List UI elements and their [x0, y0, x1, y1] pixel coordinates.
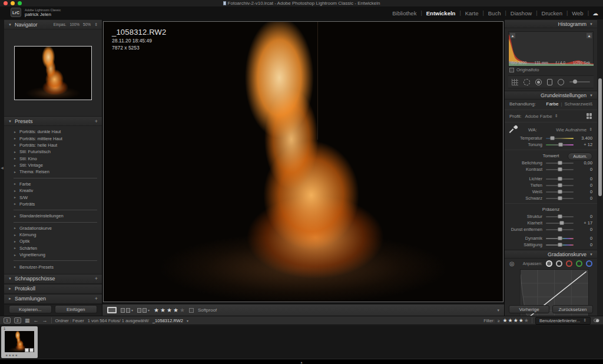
module-web[interactable]: Web	[568, 10, 587, 16]
preset-group[interactable]: ►Stil: Vintage	[4, 162, 102, 168]
filter-toggle-switch[interactable]	[594, 319, 599, 322]
grid-view-icon[interactable]: ▦	[25, 317, 30, 323]
rating-ge-icon[interactable]: ≥	[498, 319, 500, 323]
add-collection-icon[interactable]: +	[95, 296, 98, 302]
wb-value[interactable]: Wie Aufnahme	[556, 127, 587, 133]
auto-tone-button[interactable]: Autom.	[568, 153, 592, 160]
slider-knob[interactable]	[558, 214, 562, 219]
contrast-track[interactable]	[546, 169, 574, 170]
loupe-view-icon[interactable]	[107, 307, 117, 313]
treatment-color-option[interactable]: Farbe	[546, 101, 559, 107]
preset-group[interactable]: ►Stil: Futuristisch	[4, 148, 102, 155]
spot-removal-icon[interactable]	[524, 79, 530, 85]
slider-knob[interactable]	[558, 143, 563, 147]
module-diashow[interactable]: Diashow	[506, 10, 536, 16]
red-eye-icon[interactable]	[535, 79, 542, 85]
shadow-clipping-icon[interactable]: ▲	[510, 33, 515, 38]
masking-icon[interactable]	[547, 79, 552, 85]
add-preset-icon[interactable]: +	[95, 118, 98, 124]
crop-overlay-icon[interactable]	[512, 79, 518, 85]
tool-amount-slider[interactable]	[569, 81, 590, 82]
preset-group[interactable]: ►Vignettierung	[4, 252, 102, 258]
secondary-window-button[interactable]: 2	[14, 317, 21, 323]
primary-window-button[interactable]: 1	[4, 317, 11, 323]
module-entwickeln[interactable]: Entwickeln	[422, 10, 460, 16]
zoom-100-option[interactable]: 100%	[69, 22, 79, 27]
blacks-track[interactable]	[546, 198, 574, 199]
filter-rating-control[interactable]: ★★★★★	[503, 317, 529, 323]
reset-button[interactable]: Zurücksetzen	[552, 305, 593, 313]
wb-dropdown-icon[interactable]: ⇕	[589, 127, 592, 132]
basic-panel-header[interactable]: Grundeinstellungen ▼	[505, 91, 597, 100]
preset-group[interactable]: ►Thema: Reisen	[4, 168, 102, 175]
cloud-sync-icon[interactable]: ☁	[592, 10, 598, 16]
whites-track[interactable]	[546, 191, 574, 193]
preset-group[interactable]: ►Porträts: helle Haut	[4, 142, 102, 148]
texture-track[interactable]	[546, 216, 574, 217]
preset-group[interactable]: ►Farbe	[4, 181, 102, 187]
slider-knob[interactable]	[558, 236, 562, 240]
slider-knob[interactable]	[558, 196, 562, 200]
radial-filter-icon[interactable]	[558, 79, 564, 85]
module-karte[interactable]: Karte	[461, 10, 483, 16]
preset-group[interactable]: ►Benutzer-Presets	[4, 263, 102, 270]
slider-knob[interactable]	[559, 221, 564, 225]
exposure-track[interactable]	[546, 163, 574, 164]
back-icon[interactable]: ←	[34, 317, 39, 323]
filter-preset-dropdown[interactable]: Benutzerdefinierter... ⇕	[535, 317, 591, 325]
slider-knob[interactable]	[558, 190, 562, 194]
rating-control[interactable]: ★★★★★	[154, 307, 185, 313]
wb-eyedropper-icon[interactable]	[509, 125, 518, 134]
forward-icon[interactable]: →	[42, 317, 48, 323]
dehaze-track[interactable]	[546, 229, 574, 230]
before-after-view-button[interactable]: ▾	[121, 308, 133, 313]
channel-blue-button[interactable]	[586, 260, 592, 267]
preset-group[interactable]: ►Standardeinstellungen	[4, 213, 102, 219]
slider-knob[interactable]	[550, 136, 555, 140]
collections-header[interactable]: ► Sammlungen +	[4, 294, 102, 304]
presets-header[interactable]: ▼ Presets +	[4, 116, 102, 126]
module-bibliothek[interactable]: Bibliothek	[388, 10, 420, 16]
original-photo-checkbox[interactable]	[509, 68, 514, 72]
paste-settings-button[interactable]: Einfügen	[55, 305, 98, 313]
preset-group[interactable]: ►Porträts	[4, 201, 102, 207]
slider-knob[interactable]	[558, 177, 562, 181]
highlights-track[interactable]	[546, 178, 574, 180]
softproof-checkbox[interactable]	[189, 308, 194, 313]
shadows-track[interactable]	[546, 185, 574, 186]
profile-value[interactable]: Adobe Farbe	[525, 114, 552, 119]
filmstrip-dropdown-icon[interactable]: ▾	[187, 319, 188, 323]
scrollbar-thumb[interactable]	[598, 78, 602, 196]
preset-group[interactable]: ►Porträts: mittlere Haut	[4, 135, 102, 141]
module-buch[interactable]: Buch	[484, 10, 505, 16]
slider-knob[interactable]	[558, 161, 562, 165]
copy-settings-button[interactable]: Kopieren...	[9, 305, 52, 313]
vibrance-track[interactable]	[546, 238, 574, 239]
filmstrip-thumbnail-selected[interactable]: 1 ★★★★	[1, 326, 38, 358]
treatment-bw-option[interactable]: Schwarzweiß	[564, 101, 592, 107]
temperature-track[interactable]	[546, 138, 574, 139]
histogram-header[interactable]: Histogramm ▼	[505, 19, 597, 28]
bottom-edge-bar[interactable]: ▴	[0, 359, 603, 364]
filmstrip-source[interactable]: Ordner : Feuer	[55, 318, 84, 323]
saturation-track[interactable]	[546, 244, 574, 246]
add-snapshot-icon[interactable]: +	[95, 276, 98, 282]
profile-dropdown-icon[interactable]: ⇕	[555, 114, 558, 118]
channel-green-button[interactable]	[576, 260, 582, 267]
photo-canvas[interactable]: _1058312.RW2 28.11.20 18:45:49 7872 x 52…	[103, 21, 503, 302]
targeted-adjustment-icon[interactable]: ◎	[509, 260, 515, 267]
preset-group[interactable]: ►Schärfen	[4, 245, 102, 252]
preset-group[interactable]: ►Stil: Kino	[4, 155, 102, 162]
slider-knob[interactable]	[558, 227, 562, 231]
highlight-clipping-icon[interactable]: ▲	[587, 33, 592, 38]
preset-group[interactable]: ►Kreativ	[4, 187, 102, 194]
toolbar-options-icon[interactable]: ▾	[497, 308, 499, 313]
preset-group[interactable]: ►Optik	[4, 238, 102, 244]
preset-group[interactable]: ►S/W	[4, 194, 102, 200]
zoom-fit-option[interactable]: Einpas.	[54, 22, 67, 27]
preset-group[interactable]: ►Porträts: dunkle Haut	[4, 128, 102, 135]
clarity-track[interactable]	[546, 223, 574, 224]
slider-knob[interactable]	[558, 243, 562, 247]
module-drucken[interactable]: Drucken	[538, 10, 566, 16]
curve-panel-header[interactable]: Gradationskurve ▼	[505, 250, 597, 259]
